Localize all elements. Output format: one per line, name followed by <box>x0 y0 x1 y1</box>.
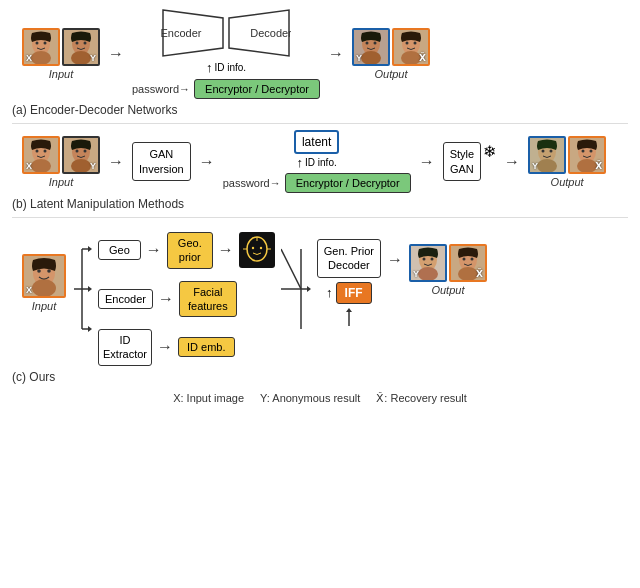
output-label-c: Output <box>431 284 464 296</box>
svg-marker-54 <box>88 286 92 292</box>
output-face-xhat-c: X̂ <box>449 244 487 282</box>
output-face-y-a: Y <box>352 28 390 66</box>
encryptor-a: Encryptor / Decryptor <box>194 79 320 99</box>
section-c: X Input <box>12 224 628 384</box>
section-b: X Y Inp <box>12 130 628 211</box>
legend: X: Input image Y: Anonymous result X̂: R… <box>12 392 628 405</box>
output-face-y-c: Y <box>409 244 447 282</box>
xhat-label-a: X̂ <box>419 53 426 63</box>
svg-point-8 <box>76 41 79 44</box>
branch-arrows <box>72 234 92 344</box>
svg-marker-67 <box>307 286 311 292</box>
arrow-b1: → <box>108 154 124 170</box>
main-container: X Y Inp <box>0 0 640 588</box>
svg-point-17 <box>366 41 369 44</box>
svg-point-3 <box>36 41 39 44</box>
password-row-a: password→ Encryptor / Decryptor <box>132 79 320 99</box>
divider-ab <box>12 123 628 124</box>
svg-marker-52 <box>88 246 92 252</box>
svg-point-9 <box>84 41 87 44</box>
svg-point-59 <box>260 247 262 249</box>
svg-marker-56 <box>88 326 92 332</box>
svg-point-33 <box>84 149 87 152</box>
facial-features-box: Facial features <box>179 281 237 318</box>
svg-point-42 <box>582 149 585 152</box>
svg-line-63 <box>281 249 301 289</box>
password-row-b: password→ Encryptor / Decryptor <box>223 173 411 193</box>
input-label-b: Input <box>49 176 73 188</box>
svg-point-73 <box>422 258 425 261</box>
divider-bc <box>12 217 628 218</box>
encoder-c-box: Encoder <box>98 289 153 309</box>
arrow-c-out: → <box>387 252 403 268</box>
x-label-c-input: X <box>26 285 32 295</box>
svg-point-43 <box>590 149 593 152</box>
svg-point-27 <box>36 149 39 152</box>
output-face-xhat-a: X̂ <box>392 28 430 66</box>
y-out-label-a: Y <box>356 53 362 63</box>
geo-prior-label: Geo. prior <box>178 237 202 263</box>
svg-marker-69 <box>346 308 352 312</box>
arrow-c-enc: → <box>158 291 174 307</box>
gan-inversion-box: GAN Inversion <box>132 142 191 181</box>
output-label-b: Output <box>551 176 584 188</box>
input-face-c: X <box>22 254 66 298</box>
section-b-input: X Y Inp <box>22 136 100 188</box>
svg-point-22 <box>406 41 409 44</box>
svg-point-4 <box>44 41 47 44</box>
svg-point-78 <box>462 258 465 261</box>
latent-box: latent <box>294 130 339 154</box>
section-a-diagram: X Y Inp <box>22 8 628 99</box>
section-b-output: Y X̂ Ou <box>528 136 606 188</box>
section-a: X Y Inp <box>12 8 628 117</box>
input-face-x: X <box>22 28 60 66</box>
id-emb-box: ID emb. <box>178 337 235 357</box>
svg-point-38 <box>550 149 553 152</box>
section-a-input: X Y Inp <box>22 28 100 80</box>
output-face-xhat-b: X̂ <box>568 136 606 174</box>
arrow-b2: → <box>199 154 215 170</box>
svg-point-37 <box>542 149 545 152</box>
section-b-diagram: X Y Inp <box>22 130 628 193</box>
section-a-output: Y X̂ Ou <box>352 28 430 80</box>
svg-point-23 <box>414 41 417 44</box>
legend-xhat: X̂: Recovery result <box>376 392 467 405</box>
output-face-y-b: Y <box>528 136 566 174</box>
svg-point-48 <box>47 269 51 273</box>
input-face-x-b: X <box>22 136 60 174</box>
id-info-a: ID info. <box>214 62 246 73</box>
y-out-label-c: Y <box>413 269 419 279</box>
iff-box: IFF <box>336 282 372 304</box>
legend-x: X: Input image <box>173 392 244 405</box>
svg-point-18 <box>374 41 377 44</box>
arrow-geo-face: → <box>218 242 234 258</box>
id-iff-arrow <box>329 308 369 328</box>
svg-text:Decoder: Decoder <box>250 27 291 39</box>
merge-arrows-c <box>281 234 311 344</box>
x-label-a-input: X <box>26 53 32 63</box>
xhat-label-c: X̂ <box>476 269 483 279</box>
id-info-b: ID info. <box>305 157 337 168</box>
arrow-b4: → <box>504 154 520 170</box>
geo-box: Geo <box>98 240 141 260</box>
encryptor-b: Encryptor / Decryptor <box>285 173 411 193</box>
section-a-label: (a) Encoder-Decoder Networks <box>12 103 628 117</box>
gen-prior-decoder-box: Gen. Prior Decoder <box>317 239 381 278</box>
svg-point-74 <box>430 258 433 261</box>
arrow-a2: → <box>328 46 344 62</box>
gen-prior-decoder-label: Gen. Prior Decoder <box>324 245 374 271</box>
y-label-b-input: Y <box>90 161 96 171</box>
input-label-a: Input <box>49 68 73 80</box>
xhat-label-b: X̂ <box>595 161 602 171</box>
input-face-y-a: Y <box>62 28 100 66</box>
geo-prior-box: Geo. prior <box>167 232 213 269</box>
facial-features-label: Facial features <box>188 286 228 312</box>
arrow-a1: → <box>108 46 124 62</box>
id-extractor-label: ID Extractor <box>103 334 147 360</box>
x-label-b-input: X <box>26 161 32 171</box>
legend-y: Y: Anonymous result <box>260 392 360 405</box>
style-gan-label: Style GAN <box>450 148 474 174</box>
section-c-label: (c) Ours <box>12 370 628 384</box>
style-gan-box: Style GAN <box>443 142 481 181</box>
face-outline-icon <box>239 232 275 268</box>
